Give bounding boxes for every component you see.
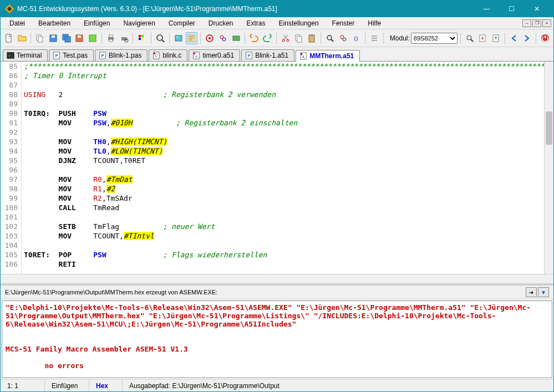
menu-compiler[interactable]: Compiler (162, 18, 202, 28)
print-button[interactable] (105, 32, 117, 44)
upload-button[interactable] (490, 32, 502, 44)
svg-point-42 (327, 35, 332, 40)
svg-point-24 (176, 36, 178, 38)
output-next-button[interactable]: ➔ (526, 287, 537, 297)
status-format[interactable]: Hex (89, 380, 123, 391)
mdi-minimize-button[interactable]: – (522, 19, 531, 27)
app-window: MC-51 Entwicklungssystem (Vers. 6.3.0) -… (0, 0, 554, 392)
output-collapse-button[interactable]: ▼ (538, 287, 549, 297)
mdi-restore-button[interactable]: ❐ (532, 19, 541, 27)
svg-rect-17 (139, 35, 141, 37)
power-button[interactable] (539, 32, 551, 44)
svg-point-34 (282, 39, 284, 42)
run-button[interactable] (230, 32, 242, 44)
search-modul-button[interactable] (464, 32, 476, 44)
undo-button[interactable] (248, 32, 260, 44)
tab-blink-c[interactable]: Cblink.c (149, 49, 187, 61)
status-output-path: Ausgabepfad: E:\Jürgen\Mc-51\Programme\O… (123, 380, 553, 391)
titlebar[interactable]: MC-51 Entwicklungssystem (Vers. 6.3.0) -… (1, 1, 553, 17)
window-title: MC-51 Entwicklungssystem (Vers. 6.3.0) -… (17, 5, 474, 13)
svg-text:P: P (248, 54, 251, 58)
scrollbar-thumb[interactable] (546, 111, 552, 145)
svg-text:C: C (155, 54, 158, 58)
menu-hilfe[interactable]: Hilfe (361, 18, 388, 28)
tab-blink-1-a51[interactable]: PBlink-1.a51 (241, 49, 294, 61)
svg-line-37 (283, 35, 287, 39)
svg-line-36 (284, 35, 288, 39)
svg-point-21 (157, 35, 162, 40)
find-button[interactable] (324, 32, 336, 44)
open-file-button[interactable] (16, 32, 28, 44)
output-pane[interactable]: "E:\Delphi-10\Projekte\Mc-Tools-6\Releas… (2, 301, 552, 378)
menu-datei[interactable]: Datei (3, 18, 32, 28)
horizontal-scrollbar[interactable] (1, 274, 553, 283)
tab-blink-1-pas[interactable]: PBlink-1.pas (95, 49, 148, 61)
compile-button[interactable] (204, 32, 216, 44)
modul-select[interactable]: 89S8252 (411, 33, 458, 44)
output-header: E:\Jürgen\Mc-51\Programme\Output\MMTherm… (1, 286, 553, 299)
view-image-button[interactable] (172, 32, 185, 44)
svg-point-45 (343, 38, 346, 41)
copy-clipboard-button[interactable] (293, 32, 305, 44)
statusbar: 1: 1 Einfügen Hex Ausgabepfad: E:\Jürgen… (1, 379, 553, 391)
menu-bearbeiten[interactable]: Bearbeiten (32, 18, 77, 28)
tab-terminal[interactable]: >_Terminal (3, 49, 48, 61)
replace-button[interactable] (337, 32, 349, 44)
menu-extras[interactable]: Extras (240, 18, 272, 28)
mdi-close-button[interactable]: × (542, 19, 551, 27)
copy-button[interactable] (34, 32, 46, 44)
pas-icon: P (245, 52, 253, 59)
menu-einfügen[interactable]: Einfügen (77, 18, 116, 28)
zoom-button[interactable] (154, 32, 166, 44)
next-button[interactable] (521, 32, 533, 44)
svg-line-22 (162, 40, 164, 42)
svg-rect-13 (109, 35, 113, 37)
vertical-scrollbar[interactable] (544, 62, 553, 274)
svg-point-35 (287, 39, 289, 42)
goto-button[interactable]: ⟨⟩ (350, 32, 362, 44)
svg-rect-4 (38, 37, 43, 42)
build-button[interactable] (217, 32, 229, 44)
tab-mmtherm-a51[interactable]: AMMTherm.a51 (296, 50, 360, 62)
color-picker-button[interactable] (136, 32, 148, 44)
maximize-button[interactable]: ☐ (499, 1, 524, 17)
print-preview-button[interactable] (118, 32, 130, 44)
export-button[interactable] (87, 32, 99, 44)
svg-text:A: A (302, 55, 305, 59)
menubar: DateiBearbeitenEinfügenNavigierenCompile… (1, 17, 553, 29)
tab-test-pas[interactable]: PTest.pas (49, 49, 94, 61)
svg-rect-6 (52, 35, 55, 38)
tab-timer0-a51[interactable]: Atimer0.a51 (189, 49, 240, 61)
mdi-window-buttons: – ❐ × (522, 19, 551, 27)
app-icon (5, 4, 14, 13)
close-button[interactable]: ✕ (524, 1, 549, 17)
menu-einstellungen[interactable]: Einstellungen (272, 18, 326, 28)
minimize-button[interactable]: — (474, 1, 499, 17)
svg-rect-23 (175, 35, 182, 41)
menu-fenster[interactable]: Fenster (326, 18, 362, 28)
svg-rect-20 (141, 38, 144, 40)
list-button[interactable] (368, 32, 380, 44)
menu-navigieren[interactable]: Navigieren (116, 18, 161, 28)
svg-point-50 (467, 35, 471, 40)
svg-text:P: P (101, 54, 104, 58)
view-text-button[interactable] (186, 32, 198, 44)
svg-rect-10 (78, 35, 81, 38)
save-button[interactable] (47, 32, 59, 44)
save-as-button[interactable] (74, 32, 86, 44)
paste-button[interactable] (306, 32, 318, 44)
code-view[interactable]: ;***************************************… (22, 62, 544, 274)
download-button[interactable] (476, 32, 489, 44)
redo-button[interactable] (261, 32, 273, 44)
svg-rect-19 (139, 38, 141, 40)
svg-line-51 (471, 39, 473, 42)
menu-drucken[interactable]: Drucken (202, 18, 240, 28)
prev-button[interactable] (508, 32, 520, 44)
svg-text:⟨⟩: ⟨⟩ (354, 35, 358, 42)
toolbar: ⟨⟩ Modul: 89S8252 (1, 29, 553, 47)
cut-button[interactable] (279, 32, 292, 44)
svg-text:>_: >_ (8, 53, 14, 58)
save-all-button[interactable] (60, 32, 73, 44)
new-file-button[interactable] (3, 32, 15, 44)
svg-rect-8 (65, 37, 70, 42)
